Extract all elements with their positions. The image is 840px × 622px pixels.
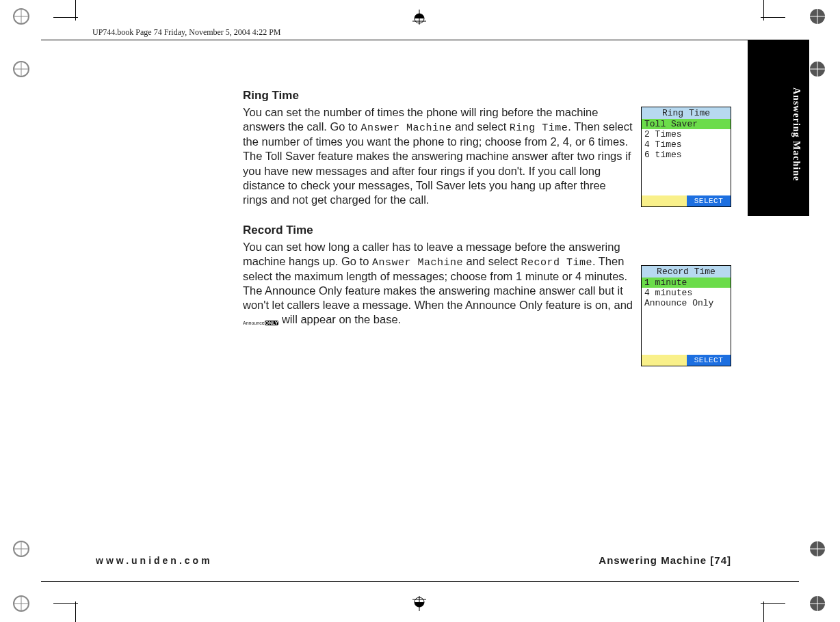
regmark-icon (12, 8, 30, 25)
lcd-row: 4 Times (642, 139, 731, 150)
icon-label-top: Announce (243, 321, 265, 325)
page: UP744.book Page 74 Friday, November 5, 2… (0, 0, 840, 622)
announce-only-icon: AnnounceONLY (243, 314, 278, 328)
lcd-title: Record Time (642, 266, 731, 278)
footer-page: Answering Machine [74] (599, 554, 731, 566)
heading-record-time: Record Time (243, 224, 633, 237)
lcd-row: Announce Only (642, 298, 731, 308)
text: and select (451, 120, 509, 133)
lcd-row: 4 minutes (642, 288, 731, 298)
regmark-icon (12, 540, 30, 558)
body-column: Ring Time You can set the number of time… (243, 89, 633, 344)
lcd-softkey-select: SELECT (687, 355, 731, 366)
lcd-title: Ring Time (642, 107, 731, 119)
crop-line (761, 603, 785, 604)
lcd-spacer (642, 160, 731, 195)
heading-ring-time: Ring Time (243, 89, 633, 103)
regmark-icon (809, 595, 826, 612)
paragraph-record-time: You can set how long a caller has to lea… (243, 240, 633, 328)
regmark-icon (12, 60, 30, 78)
cropmark-icon (410, 596, 428, 611)
lcd-spacer (642, 308, 731, 355)
paragraph-ring-time: You can set the number of times the phon… (243, 105, 633, 207)
lcd-record-time: Record Time 1 minute 4 minutes Announce … (641, 265, 731, 366)
menu-path: Answer Machine (372, 257, 463, 269)
lcd-softkey-select: SELECT (687, 195, 731, 206)
lcd-softkey-bar: SELECT (642, 195, 731, 206)
regmark-icon (809, 60, 826, 78)
cropmark-icon (410, 10, 428, 25)
lcd-selected-row: Toll Saver (642, 119, 731, 129)
text: and select (463, 255, 521, 267)
lcd-softkey-blank (642, 355, 687, 366)
menu-path: Ring Time (510, 122, 568, 134)
crop-line (761, 17, 785, 18)
text: will appear on the base. (278, 313, 401, 325)
section-tab-label: Answering Machine (791, 87, 802, 181)
footer-url: www.uniden.com (96, 555, 213, 566)
crop-line (53, 17, 78, 18)
lcd-softkey-blank (642, 195, 687, 206)
lcd-row: 2 Times (642, 129, 731, 139)
framemaker-header: UP744.book Page 74 Friday, November 5, 2… (92, 27, 281, 38)
crop-line (75, 0, 76, 21)
crop-line (41, 40, 799, 40)
regmark-icon (12, 595, 30, 612)
crop-line (763, 0, 764, 21)
crop-line (763, 601, 764, 622)
menu-path: Record Time (521, 257, 592, 269)
icon-label-bottom: ONLY (265, 321, 279, 325)
crop-line (75, 601, 76, 622)
lcd-row: 6 times (642, 150, 731, 160)
crop-line (53, 603, 78, 604)
regmark-icon (809, 8, 826, 25)
regmark-icon (809, 540, 826, 558)
menu-path: Answer Machine (360, 122, 451, 134)
lcd-ring-time: Ring Time Toll Saver 2 Times 4 Times 6 t… (641, 107, 731, 207)
lcd-selected-row: 1 minute (642, 278, 731, 288)
crop-line (41, 581, 799, 582)
lcd-softkey-bar: SELECT (642, 355, 731, 366)
